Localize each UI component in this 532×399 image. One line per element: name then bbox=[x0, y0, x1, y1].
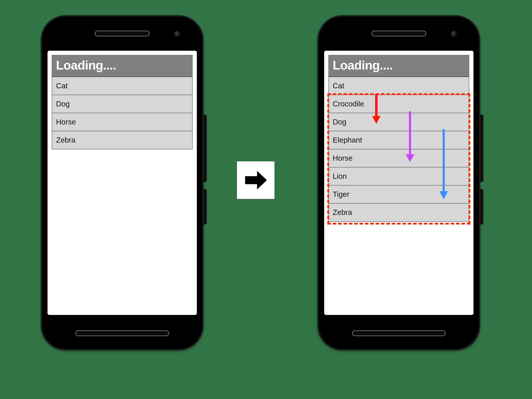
list-item[interactable]: Horse bbox=[52, 113, 192, 131]
svg-marker-2 bbox=[372, 116, 380, 124]
shift-arrow-blue-icon bbox=[438, 129, 449, 200]
phone-screen: Loading.... Cat Dog Horse Zebra bbox=[48, 51, 197, 315]
list-before[interactable]: Cat Dog Horse Zebra bbox=[52, 77, 193, 149]
phone-speaker-bottom-icon bbox=[75, 330, 169, 336]
shift-arrow-purple-icon bbox=[405, 111, 415, 163]
svg-marker-0 bbox=[245, 171, 267, 190]
phone-speaker-bottom-icon bbox=[352, 330, 446, 336]
shift-arrow-red-icon bbox=[371, 94, 382, 125]
list-item[interactable]: Zebra bbox=[329, 203, 469, 222]
phone-speaker-top-icon bbox=[95, 31, 150, 37]
phone-after: Loading.... Cat Crocodile Dog Elephant H… bbox=[317, 15, 480, 350]
svg-marker-4 bbox=[406, 154, 414, 162]
svg-marker-6 bbox=[439, 191, 448, 199]
list-item[interactable]: Crocodile bbox=[329, 95, 469, 113]
app-title: Loading.... bbox=[52, 55, 193, 77]
list-item[interactable]: Dog bbox=[329, 113, 469, 131]
app-title: Loading.... bbox=[329, 55, 469, 77]
transition-arrow-icon bbox=[237, 161, 274, 199]
list-item[interactable]: Cat bbox=[52, 77, 192, 95]
phone-camera-icon bbox=[451, 31, 457, 37]
list-item[interactable]: Dog bbox=[52, 95, 192, 113]
list-item[interactable]: Zebra bbox=[52, 131, 192, 149]
phone-before: Loading.... Cat Dog Horse Zebra bbox=[41, 15, 203, 350]
list-item[interactable]: Cat bbox=[329, 77, 469, 95]
phone-camera-icon bbox=[174, 31, 181, 37]
phone-screen: Loading.... Cat Crocodile Dog Elephant H… bbox=[324, 51, 474, 315]
phone-speaker-top-icon bbox=[371, 31, 426, 37]
